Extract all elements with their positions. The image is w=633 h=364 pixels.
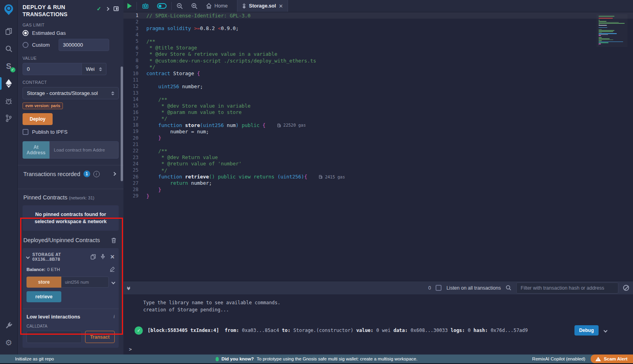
deploy-button[interactable]: Deploy	[23, 113, 53, 125]
expand-panel-icon[interactable]	[106, 7, 110, 11]
checkbox-icon[interactable]	[23, 129, 28, 135]
chevron-down-icon[interactable]	[26, 255, 30, 259]
copilot-toggle[interactable]	[153, 0, 171, 12]
info-icon[interactable]: i	[114, 314, 115, 320]
sidebar-item-settings[interactable]: ⚙	[0, 334, 18, 351]
code-line[interactable]: 4	[123, 32, 633, 38]
pin-icon[interactable]	[100, 254, 105, 260]
transactions-recorded-row[interactable]: Transactions recorded 1 i	[23, 165, 119, 182]
terminal-prompt[interactable]: >	[129, 347, 633, 352]
code-line[interactable]: 14 /**	[123, 96, 633, 102]
sidebar-item-deploy-run[interactable]	[0, 75, 18, 92]
code-line[interactable]: 9 */	[123, 64, 633, 70]
sidebar-item-file-explorer[interactable]	[0, 23, 18, 40]
zoom-out-button[interactable]	[172, 0, 187, 12]
edit-icon[interactable]	[110, 267, 115, 272]
code-line[interactable]: 23 * @dev Return value	[123, 154, 633, 161]
clear-console-icon[interactable]	[623, 285, 629, 291]
code-line[interactable]: 25 */	[123, 167, 633, 173]
info-icon[interactable]: i	[93, 171, 100, 177]
at-address-input[interactable]	[49, 141, 119, 159]
pin-panel-icon[interactable]	[114, 6, 119, 11]
store-function-button[interactable]: store	[27, 277, 61, 288]
code-line[interactable]: 7 * @dev Store & retrieve value in a var…	[123, 51, 633, 57]
code-line[interactable]: 8 * @custom:dev-run-script ./scripts/dep…	[123, 57, 633, 64]
files-icon	[5, 27, 13, 35]
custom-gas-option[interactable]: Custom	[23, 39, 119, 51]
line-number: 27	[123, 180, 146, 186]
code-line[interactable]: 29}	[123, 193, 633, 199]
code-line[interactable]: 16 * @param num value to store	[123, 109, 633, 115]
code-editor[interactable]: 1// SPDX-License-Identifier: GPL-3.023pr…	[123, 12, 633, 281]
code-line[interactable]: 22 /**	[123, 148, 633, 154]
code-line[interactable]: 27 return number;	[123, 180, 633, 186]
terminal[interactable]: Type the library name to see available c…	[123, 294, 633, 355]
code-line[interactable]: 24 * @return value of 'number'	[123, 161, 633, 167]
radio-icon[interactable]	[23, 42, 28, 48]
run-script-button[interactable]	[123, 0, 136, 12]
trash-icon[interactable]	[111, 237, 116, 243]
sidebar-item-plugin-manager[interactable]	[0, 317, 18, 334]
deployed-contract-card: STORAGE AT 0X136...8B78 ✕ Balance: 0 ETH	[23, 248, 119, 348]
value-input[interactable]	[23, 63, 82, 75]
code-line[interactable]: 15 * @dev Store value in variable	[123, 102, 633, 109]
gear-icon: ⚙	[5, 338, 12, 347]
chevron-right-icon[interactable]	[112, 172, 116, 176]
code-line[interactable]: 12 uint256 number;	[123, 83, 633, 89]
custom-gas-input[interactable]	[59, 39, 109, 51]
publish-ipfs-option[interactable]: Publish to IPFS	[23, 129, 119, 135]
listen-checkbox[interactable]	[436, 285, 442, 291]
code-line[interactable]: 2	[123, 19, 633, 25]
home-label: Home	[214, 3, 227, 9]
chevron-down-icon[interactable]	[112, 280, 116, 284]
sidebar-item-git[interactable]	[0, 110, 18, 127]
retrieve-function-button[interactable]: retrieve	[27, 291, 61, 302]
code-line[interactable]: 28 }	[123, 186, 633, 193]
collapse-terminal-icon[interactable]	[127, 286, 130, 290]
tab-storage-sol[interactable]: Storage.sol ✕	[237, 0, 288, 12]
code-line[interactable]: 26 function retrieve() public view retur…	[123, 173, 633, 180]
code-line[interactable]: 18 function store(uint256 num) public {2…	[123, 122, 633, 128]
copy-icon[interactable]	[91, 254, 96, 260]
code-line[interactable]: 1// SPDX-License-Identifier: GPL-3.0	[123, 12, 633, 19]
code-line[interactable]: 5/**	[123, 38, 633, 44]
chevron-down-icon[interactable]	[604, 328, 608, 332]
sidebar-item-solidity-compiler[interactable]: S ✓	[0, 57, 18, 75]
code-line[interactable]: 6 * @title Storage	[123, 44, 633, 51]
contract-select[interactable]: Storage - contracts/Storage.sol	[23, 87, 119, 99]
code-line[interactable]: 17 */	[123, 116, 633, 122]
deployed-contracts-title: Deployed/Unpinned Contracts	[23, 237, 100, 243]
value-unit-select[interactable]: Wei	[82, 63, 106, 75]
at-address-button[interactable]: At Address	[23, 141, 49, 159]
code-line[interactable]: 10contract Storage {	[123, 70, 633, 77]
close-icon[interactable]: ✕	[110, 254, 115, 260]
balance-label: Balance:	[27, 267, 45, 272]
home-button[interactable]: Home	[202, 0, 231, 12]
editor-minimap[interactable]	[597, 14, 627, 47]
git-init-status[interactable]: Initialize as git repo	[0, 356, 54, 361]
calldata-input[interactable]	[27, 331, 82, 343]
gas-estimate-annotation: 2415 gas	[319, 174, 345, 179]
scam-alert-button[interactable]: Scam Alert	[591, 355, 633, 363]
panel-scrollbar[interactable]	[121, 66, 123, 181]
store-arg-input[interactable]	[61, 277, 109, 288]
ai-copilot-button[interactable]	[138, 0, 153, 12]
code-line[interactable]: 11	[123, 77, 633, 83]
debug-button[interactable]: Debug	[574, 325, 599, 336]
copilot-status[interactable]: RemixAI Copilot (enabled)	[532, 356, 585, 361]
sidebar-item-search[interactable]	[0, 40, 18, 57]
code-line[interactable]: 19 number = num;	[123, 128, 633, 135]
code-line[interactable]: 3pragma solidity >=0.8.2 <0.9.0;	[123, 25, 633, 32]
transaction-log-row[interactable]: ✓ [block:5583405 txIndex:4] from: 0xa03.…	[129, 323, 633, 338]
radio-selected-icon[interactable]	[23, 30, 28, 36]
remix-logo-icon[interactable]	[3, 4, 15, 17]
sidebar-item-debugger[interactable]	[0, 92, 18, 110]
code-line[interactable]: 13	[123, 90, 633, 96]
code-line[interactable]: 20 }	[123, 135, 633, 141]
code-line[interactable]: 21	[123, 141, 633, 148]
filter-input[interactable]	[516, 282, 618, 294]
close-tab-icon[interactable]: ✕	[279, 3, 283, 9]
transact-button[interactable]: Transact	[85, 331, 115, 343]
zoom-in-button[interactable]	[187, 0, 202, 12]
estimated-gas-option[interactable]: Estimated Gas	[23, 30, 119, 36]
